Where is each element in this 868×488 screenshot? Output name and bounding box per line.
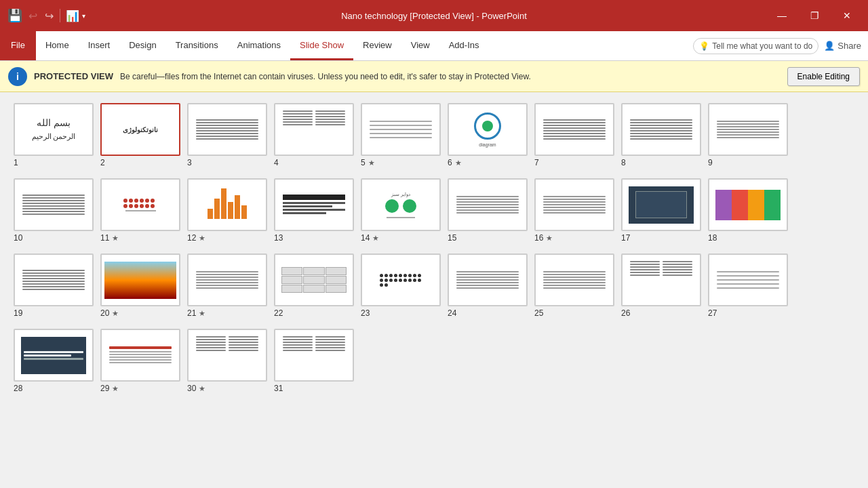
undo-button[interactable]: ↩ [24,6,41,25]
slide-meta: 31 [274,384,283,393]
slide-item[interactable]: 12★ [187,178,267,243]
slide-item[interactable]: 30★ [187,329,267,393]
slide-thumbnail [100,253,180,306]
slide-thumbnail [534,103,614,156]
slide-star-icon: ★ [112,234,119,243]
slide-item[interactable]: 18 [708,178,788,243]
slide-item[interactable]: 26 [621,253,701,318]
tab-transitions[interactable]: Transitions [166,31,228,60]
separator [60,9,60,22]
slide-number: 5 [361,158,366,167]
slide-number: 31 [274,384,283,393]
slide-star-icon: ★ [199,234,205,243]
tab-view[interactable]: View [401,31,439,60]
slide-meta: 8 [621,158,626,167]
tab-review[interactable]: Review [353,31,401,60]
slide-meta: 16★ [534,233,553,243]
slide-item[interactable]: 7 [534,103,614,167]
slide-item[interactable]: 20★ [100,253,180,318]
slide-thumbnail: نانوتکنولوژی [100,103,180,156]
slide-item[interactable]: 31 [274,329,354,393]
tab-addins[interactable]: Add-Ins [439,31,489,60]
slide-item[interactable]: 3 [187,103,267,167]
share-button[interactable]: 👤 Share [824,41,861,51]
slide-thumbnail [621,103,701,156]
slide-number: 29 [100,384,109,393]
slide-thumbnail [274,178,354,231]
slide-item[interactable]: 16★ [534,178,614,243]
slide-meta: 13 [274,233,283,243]
slide-item[interactable]: 10 [14,178,94,243]
slide-number: 11 [100,233,109,243]
slide-number: 30 [187,384,196,393]
quick-access-dropdown[interactable]: ▾ [82,12,85,20]
slide-number: 21 [187,308,196,318]
slide-meta: 15 [448,233,456,243]
slide-number: 19 [14,308,22,318]
slide-thumbnail [621,178,701,231]
slide-item[interactable]: 29★ [100,329,180,393]
slide-thumbnail [448,253,528,306]
slide-star-icon: ★ [199,309,205,318]
slide-meta: 17 [621,233,630,243]
slide-item[interactable]: 4 [274,103,354,167]
slide-item[interactable]: 5★ [361,103,441,167]
slide-item[interactable]: 11★ [100,178,180,243]
slide-item[interactable]: 15 [448,178,528,243]
slide-item[interactable]: 9 [708,103,788,167]
redo-button[interactable]: ↪ [41,6,57,25]
slide-item[interactable]: 13 [274,178,354,243]
slide-item[interactable]: نانوتکنولوژی2 [100,103,180,167]
slide-item[interactable]: 28 [14,329,94,393]
slide-meta: 19 [14,308,22,318]
restore-button[interactable]: ❐ [799,0,830,31]
slide-item[interactable]: بسم الله الرحمن الرحيم 1 [14,103,94,167]
slide-thumbnail [361,253,441,306]
slide-item[interactable]: 27 [708,253,788,318]
slide-meta: 9 [708,158,713,167]
slide-number: 15 [448,233,456,243]
minimize-button[interactable]: — [766,0,797,31]
person-icon: 👤 [824,41,835,51]
slide-item[interactable]: 19 [14,253,94,318]
tab-home[interactable]: Home [36,31,79,60]
slide-meta: 27 [708,308,717,318]
slide-item[interactable]: 21★ [187,253,267,318]
slides-area: بسم الله الرحمن الرحيم 1نانوتکنولوژی23 4… [0,92,868,488]
slide-number: 25 [534,308,543,318]
slide-item[interactable]: دوایر سبز 14★ [361,178,441,243]
slide-meta: 12★ [187,233,205,243]
slide-thumbnail [187,329,267,382]
slide-thumbnail: diagram [448,103,528,156]
slide-star-icon: ★ [368,159,375,167]
tell-me-box[interactable]: 💡 Tell me what you want to do [693,38,818,54]
close-button[interactable]: ✕ [831,0,863,31]
slide-item[interactable]: 23 [361,253,441,318]
slide-number: 26 [621,308,630,318]
slide-meta: 22 [274,308,283,318]
slide-number: 18 [708,233,717,243]
tab-design[interactable]: Design [119,31,165,60]
slide-item[interactable]: 25 [534,253,614,318]
window-title: Nano technology [Protected View] - Power… [341,11,527,21]
ribbon: File Home Insert Design Transitions Anim… [0,31,868,61]
slide-item[interactable]: 22 [274,253,354,318]
slide-item[interactable]: 24 [448,253,528,318]
tab-insert[interactable]: Insert [79,31,120,60]
slide-meta: 2 [100,158,105,167]
slide-number: 20 [100,308,109,318]
tab-animations[interactable]: Animations [228,31,290,60]
tell-me-text: Tell me what you want to do [712,41,812,51]
slide-meta: 24 [448,308,456,318]
tab-slideshow[interactable]: Slide Show [290,31,353,60]
slide-meta: 6★ [448,158,462,167]
tab-file[interactable]: File [0,31,36,60]
slide-number: 17 [621,233,630,243]
enable-editing-button[interactable]: Enable Editing [787,67,860,86]
slide-item[interactable]: diagram 6★ [448,103,528,167]
slide-number: 24 [448,308,456,318]
slide-item[interactable]: 17 [621,178,701,243]
slide-item[interactable]: 8 [621,103,701,167]
save-button[interactable]: 💾 [5,6,24,25]
slide-meta: 5★ [361,158,375,167]
